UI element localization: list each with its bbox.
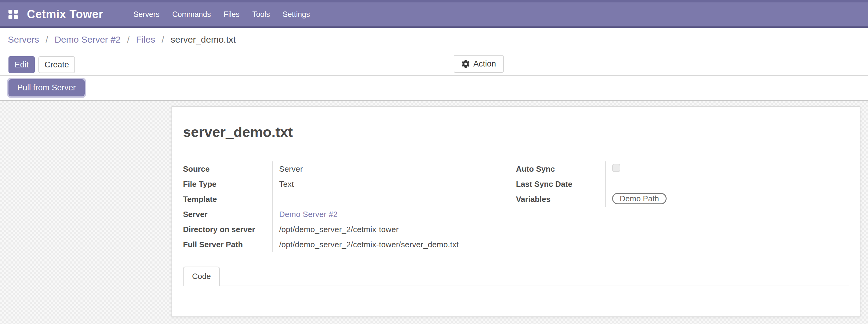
tab-code[interactable]: Code [183, 266, 220, 286]
menu-item-settings[interactable]: Settings [283, 10, 310, 19]
breadcrumb-separator: / [46, 34, 48, 44]
menu-item-servers[interactable]: Servers [133, 10, 159, 19]
field-label-full-server-path: Full Server Path [183, 237, 273, 252]
app-brand[interactable]: Cetmix Tower [27, 8, 103, 21]
statusbar: Pull from Server [0, 75, 868, 101]
field-groups: Source Server File Type Text Template Se… [183, 161, 849, 252]
gear-icon [462, 60, 470, 68]
pull-from-server-button[interactable]: Pull from Server [8, 79, 85, 96]
breadcrumb-separator: / [127, 34, 129, 44]
apps-menu-square [14, 15, 18, 19]
apps-menu-square [14, 10, 18, 13]
auto-sync-checkbox[interactable] [612, 164, 620, 172]
form-sheet: server_demo.txt Source Server File Type … [172, 106, 861, 317]
field-group-right: Auto Sync Last Sync Date Variables Demo … [516, 161, 849, 252]
menu-item-tools[interactable]: Tools [252, 10, 270, 19]
menu-item-commands[interactable]: Commands [173, 10, 211, 19]
field-value-server-link[interactable]: Demo Server #2 [273, 207, 516, 222]
field-value-file-type: Text [273, 176, 516, 192]
create-button[interactable]: Create [38, 56, 75, 73]
breadcrumb-link-demo-server-2[interactable]: Demo Server #2 [55, 34, 120, 44]
field-value-auto-sync-cell [606, 161, 849, 176]
field-label-directory-on-server: Directory on server [183, 222, 273, 237]
field-group-left: Source Server File Type Text Template Se… [183, 161, 516, 252]
record-title: server_demo.txt [183, 124, 849, 140]
variable-tag-demo-path[interactable]: Demo Path [612, 193, 666, 204]
apps-menu-square [8, 15, 12, 19]
notebook: Code [183, 266, 849, 317]
action-button-label: Action [473, 59, 496, 69]
field-label-source: Source [183, 161, 273, 176]
tab-code-content [183, 286, 849, 317]
breadcrumb-separator: / [162, 34, 164, 44]
field-value-full-server-path: /opt/demo_server_2/cetmix-tower/server_d… [273, 237, 516, 252]
action-button[interactable]: Action [454, 55, 504, 73]
menu-item-files[interactable]: Files [223, 10, 240, 19]
field-value-template [273, 192, 516, 207]
field-value-source: Server [273, 161, 516, 176]
field-label-last-sync-date: Last Sync Date [516, 176, 606, 192]
top-navbar: Cetmix Tower Servers Commands Files Tool… [0, 0, 868, 28]
field-value-variables-cell: Demo Path [606, 192, 849, 207]
field-label-server: Server [183, 207, 273, 222]
field-value-last-sync-date [606, 176, 849, 192]
notebook-tab-bar: Code [183, 266, 849, 286]
edit-button[interactable]: Edit [8, 56, 35, 73]
control-panel-buttons: Edit Create [8, 56, 75, 73]
field-label-variables: Variables [516, 192, 606, 207]
control-panel: Servers / Demo Server #2 / Files / serve… [0, 28, 868, 75]
apps-menu-icon[interactable] [8, 10, 18, 19]
apps-menu-square [8, 10, 12, 13]
breadcrumb: Servers / Demo Server #2 / Files / serve… [8, 34, 236, 45]
field-value-directory-on-server: /opt/demo_server_2/cetmix-tower [273, 222, 516, 237]
field-label-file-type: File Type [183, 176, 273, 192]
field-label-auto-sync: Auto Sync [516, 161, 606, 176]
form-background: server_demo.txt Source Server File Type … [0, 101, 868, 324]
main-menu: Servers Commands Files Tools Settings [133, 10, 310, 19]
field-label-template: Template [183, 192, 273, 207]
breadcrumb-link-servers[interactable]: Servers [8, 34, 39, 44]
breadcrumb-link-files[interactable]: Files [136, 34, 155, 44]
breadcrumb-current: server_demo.txt [170, 34, 236, 44]
